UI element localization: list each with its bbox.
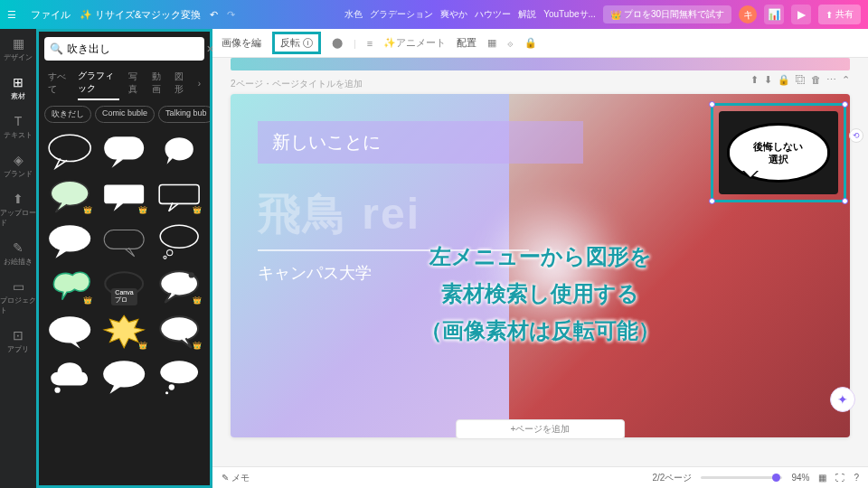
tag[interactable]: ハウツー xyxy=(475,8,511,21)
sidebar-text[interactable]: Tテキスト xyxy=(4,114,33,140)
animate-button[interactable]: ✨アニメート xyxy=(383,36,446,50)
tag[interactable]: 爽やか xyxy=(440,8,467,21)
chip[interactable]: Talking bub xyxy=(158,106,210,123)
bubble-item[interactable]: 👑 xyxy=(156,267,203,305)
copy-style-icon[interactable]: ⟐ xyxy=(507,38,514,49)
sidebar-projects[interactable]: ▭プロジェクト xyxy=(0,279,36,315)
svg-point-17 xyxy=(160,361,198,383)
chart-icon[interactable]: 📊 xyxy=(764,5,784,24)
big-title[interactable]: 飛鳥 rei xyxy=(258,191,583,239)
bubble-item[interactable]: 👑 xyxy=(156,313,203,351)
notes-button[interactable]: ✎ メモ xyxy=(222,472,250,484)
bubble-item[interactable]: 👑 xyxy=(46,267,93,305)
fullscreen-icon[interactable]: ⛶ xyxy=(835,473,844,483)
page-header[interactable]: 2ページ・ページタイトルを追加 xyxy=(231,78,363,90)
bubble-item[interactable]: 👑 xyxy=(100,313,147,351)
tab-graphics[interactable]: グラフィック xyxy=(78,66,119,100)
tag[interactable]: 解説 xyxy=(518,8,536,21)
move-down-icon[interactable]: ⬇ xyxy=(764,74,772,86)
ai-float-button[interactable]: ✦ xyxy=(830,387,855,412)
tab-shapes[interactable]: 図形 xyxy=(175,67,188,99)
bubble-item[interactable] xyxy=(46,132,93,170)
selected-element[interactable]: ⟲ 後悔しない 選択 xyxy=(711,103,846,202)
projects-icon: ▭ xyxy=(13,279,24,294)
delete-icon[interactable]: 🗑 xyxy=(811,74,821,86)
zoom-slider[interactable] xyxy=(701,476,782,479)
hamburger-icon[interactable]: ☰ xyxy=(7,9,22,21)
bubble-item[interactable] xyxy=(156,358,203,396)
speech-bubble-graphic[interactable]: 後悔しない 選択 xyxy=(719,111,838,194)
undo-icon[interactable]: ↶ xyxy=(210,9,218,21)
headline-box[interactable]: 新しいことに xyxy=(258,121,583,164)
tag[interactable]: グラデーション xyxy=(370,8,433,21)
speech-text-2: 選択 xyxy=(769,153,788,165)
bubble-item[interactable] xyxy=(156,132,203,170)
svg-point-16 xyxy=(103,361,145,387)
rotate-handle[interactable]: ⟲ xyxy=(849,128,863,143)
tab-photos[interactable]: 写真 xyxy=(128,67,142,99)
left-sidebar: ▦デザイン ⊞素材 Tテキスト ◈ブランド ⬆アップロード ✎お絵描き ▭プロジ… xyxy=(0,29,36,488)
align-icon[interactable]: ≡ xyxy=(367,38,373,49)
svg-point-0 xyxy=(49,135,90,161)
sidebar-brand[interactable]: ◈ブランド xyxy=(4,153,33,179)
sidebar-draw[interactable]: ✎お絵描き xyxy=(4,240,33,267)
bubble-item[interactable] xyxy=(156,222,203,260)
text-icon: T xyxy=(14,114,23,128)
pro-button[interactable]: 👑 プロを30日間無料で試す xyxy=(603,5,731,23)
bubble-item[interactable]: 👑 xyxy=(46,177,93,215)
canvas-area: 2ページ・ページタイトルを追加 ⬆ ⬇ 🔒 ⿻ 🗑 ⋯ ⌃ 新しいことに 飛鳥 … xyxy=(212,58,868,466)
move-up-icon[interactable]: ⬆ xyxy=(750,74,759,86)
collapse-icon[interactable]: ⌃ xyxy=(842,74,850,86)
grid-view-icon[interactable]: ▦ xyxy=(818,473,826,483)
sidebar-design[interactable]: ▦デザイン xyxy=(4,36,33,62)
sidebar-upload[interactable]: ⬆アップロード xyxy=(0,192,36,228)
crown-icon: 👑 xyxy=(193,206,202,214)
redo-icon[interactable]: ↷ xyxy=(227,9,235,21)
sidebar-elements[interactable]: ⊞素材 xyxy=(11,75,25,101)
bubble-item[interactable] xyxy=(46,222,93,260)
flip-button[interactable]: 反転 i xyxy=(272,32,321,54)
bubble-item[interactable]: Canvaプロ xyxy=(100,267,147,305)
bubble-item[interactable] xyxy=(100,358,147,396)
position-button[interactable]: 配置 xyxy=(457,36,476,50)
zoom-value[interactable]: 94% xyxy=(791,473,809,483)
info-icon: i xyxy=(303,38,313,48)
prev-page-strip[interactable] xyxy=(231,58,850,70)
tab-all[interactable]: すべて xyxy=(48,67,69,99)
add-page-button[interactable]: +ページを追加 xyxy=(456,419,626,439)
tag[interactable]: YouTubeサ... xyxy=(543,8,596,21)
sidebar-apps[interactable]: ⊡アプリ xyxy=(7,328,29,354)
tab-videos[interactable]: 動画 xyxy=(152,67,165,99)
search-input[interactable] xyxy=(67,42,203,55)
chip[interactable]: Comic buble xyxy=(95,106,155,123)
search-icon: 🔍 xyxy=(50,42,63,55)
bubble-item[interactable]: 👑 xyxy=(100,177,147,215)
elements-panel: 🔍 ✕ ⚙ すべて グラフィック 写真 動画 図形 › 吹きだし Comic b… xyxy=(36,29,212,488)
bubble-item[interactable] xyxy=(100,132,147,170)
chip[interactable]: 吹きだし xyxy=(44,106,91,123)
bubble-item[interactable] xyxy=(100,222,147,260)
help-icon[interactable]: ? xyxy=(854,473,859,483)
lock-page-icon[interactable]: 🔒 xyxy=(778,74,790,86)
more-icon[interactable]: ⋯ xyxy=(826,74,836,86)
transparency-icon[interactable]: ▦ xyxy=(487,37,496,49)
avatar[interactable]: キ xyxy=(739,5,757,23)
page-indicator[interactable]: 2/2ページ xyxy=(653,472,693,484)
color-icon[interactable]: ⬤ xyxy=(332,37,343,49)
edit-image-button[interactable]: 画像を編 xyxy=(222,36,261,50)
crown-icon: 👑 xyxy=(138,206,147,214)
resize-menu[interactable]: ✨ リサイズ&マジック変換 xyxy=(80,8,201,22)
file-menu[interactable]: ファイル xyxy=(31,8,71,22)
bottom-bar: ✎ メモ 2/2ページ 94% ▦ ⛶ ? xyxy=(212,466,868,488)
bubble-item[interactable]: 👑 xyxy=(156,177,203,215)
share-button[interactable]: ⬆ 共有 xyxy=(818,5,861,24)
tag[interactable]: 水色 xyxy=(344,8,363,21)
svg-point-7 xyxy=(160,225,198,248)
svg-rect-1 xyxy=(105,136,145,159)
lock-icon[interactable]: 🔒 xyxy=(524,37,537,49)
chevron-right-icon[interactable]: › xyxy=(198,79,201,89)
duplicate-icon[interactable]: ⿻ xyxy=(796,74,806,86)
bubble-item[interactable] xyxy=(46,313,93,351)
bubble-item[interactable] xyxy=(46,358,93,396)
present-icon[interactable]: ▶ xyxy=(791,5,811,24)
